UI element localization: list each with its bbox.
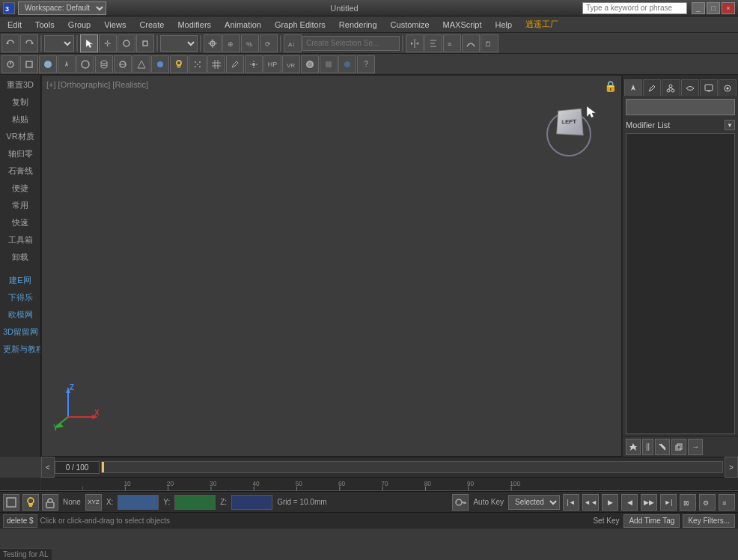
search-input[interactable] [582,2,687,14]
status-z-value[interactable] [231,495,272,510]
next-key-button[interactable]: ▶▶ [641,494,657,511]
tb2-sphere[interactable] [114,55,132,73]
timeline-track[interactable] [101,461,723,473]
end-frame-button[interactable]: ⊠ [680,494,696,511]
rp-pause-button[interactable]: || [642,439,653,455]
play-button[interactable]: ▶ [602,494,618,511]
tb2-hp[interactable]: HP [263,55,281,73]
status-key-icon[interactable] [452,494,469,511]
add-time-tag-button[interactable]: Add Time Tag [623,514,680,528]
sidebar-item-3dliuliu[interactable]: 3D留留网 [0,323,40,341]
sidebar-item-plaster[interactable]: 石膏线 [0,162,40,180]
rp-cut-button[interactable] [655,439,670,455]
menu-modifiers[interactable]: Modifiers [171,17,217,32]
tb2-cylinder[interactable] [95,55,113,73]
view-dropdown[interactable]: View [160,35,198,52]
status-x-value[interactable] [118,495,159,510]
rotate-tool-button[interactable] [118,34,135,52]
modifier-list-area[interactable] [626,133,735,434]
sidebar-item-quick[interactable]: 便捷 [0,180,40,197]
tb2-render1[interactable] [338,55,356,73]
sidebar-item-xiadele[interactable]: 下得乐 [0,289,40,306]
sidebar-item-unload[interactable]: 卸载 [0,249,40,266]
menu-help[interactable]: Help [490,17,519,32]
viewport[interactable]: [+] [Orthographic] [Realistic] 🔒 LEFT Z [41,75,622,457]
rp-pin-button[interactable] [626,439,641,455]
sidebar-item-oumow[interactable]: 欧模网 [0,306,40,323]
next-frame-button[interactable]: ►| [660,494,677,511]
sidebar-item-copy[interactable]: 复制 [0,94,40,111]
sidebar-item-reset3d[interactable]: 重置3D [0,76,40,94]
menu-graph-editors[interactable]: Graph Editors [269,17,332,32]
status-light-icon[interactable] [22,494,39,511]
snap-toggle-button[interactable] [204,34,222,52]
rp-tab-hierarchy[interactable] [662,79,680,96]
menu-customize[interactable]: Customize [385,17,436,32]
scale-tool-button[interactable] [136,34,154,52]
tb2-particle[interactable] [189,55,207,73]
mirror-button[interactable] [406,34,424,52]
tb2-spacer1[interactable] [320,55,338,73]
sidebar-item-axis[interactable]: 轴归零 [0,145,40,162]
prev-key-button[interactable]: ◄◄ [582,494,599,511]
tb2-geo[interactable] [151,55,169,73]
timeline-prev-button[interactable]: < [41,457,55,478]
move-tool-button[interactable]: ✛ [99,34,117,52]
tb2-help[interactable]: ? [357,55,375,73]
menu-views[interactable]: Views [98,17,132,32]
tb2-cone[interactable] [132,55,150,73]
sidebar-item-vr[interactable]: VR材质 [0,128,40,145]
settings-button2[interactable]: ≡ [719,494,735,511]
timeline-next-button[interactable]: > [725,457,738,478]
named-sel-button[interactable]: A↕ [284,34,302,52]
sidebar-item-jiane[interactable]: 建E网 [0,272,40,289]
selected-dropdown[interactable]: Selected [508,495,560,510]
play-reverse-button[interactable]: ◀ [621,494,638,511]
rp-paste-button[interactable]: → [688,439,703,455]
prev-frame-button[interactable]: |◄ [563,494,579,511]
tb2-edit1[interactable] [226,55,244,73]
right-panel-search[interactable] [626,99,735,115]
tb2-object1[interactable] [76,55,94,73]
redo-button[interactable] [20,34,38,52]
rp-tab-motion[interactable] [681,79,699,96]
status-y-value[interactable] [174,495,216,510]
workspace-dropdown[interactable]: Workspace: Default [18,1,106,15]
sidebar-item-toolbox[interactable]: 工具箱 [0,231,40,249]
tb2-light2[interactable] [170,55,188,73]
maximize-button[interactable]: □ [707,2,720,14]
menu-custom[interactable]: 逍遥工厂 [519,17,564,32]
close-button[interactable]: × [722,2,735,14]
key-filters-button[interactable]: Key Filters... [683,514,735,528]
layer-button[interactable]: ≡ [443,34,461,52]
spreadsheet-button[interactable]: 🗒 [481,34,498,52]
menu-edit[interactable]: Edit [1,17,28,32]
rp-tab-create[interactable] [624,79,642,96]
delete-button[interactable]: delete $ [3,514,37,528]
tb2-system[interactable] [245,55,263,73]
menu-maxscript[interactable]: MAXScript [437,17,488,32]
selection-set-input[interactable] [302,36,400,51]
status-lock-icon[interactable] [42,494,58,511]
curve-button[interactable] [462,34,480,52]
sidebar-item-paste[interactable]: 粘贴 [0,111,40,128]
sidebar-item-fast[interactable]: 快速 [0,214,40,231]
viewport-gizmo[interactable]: LEFT [546,106,591,150]
settings-button1[interactable]: ⚙ [699,494,716,511]
menu-group[interactable]: Group [62,17,97,32]
snap-percent-button[interactable]: % [241,34,259,52]
align-button[interactable] [424,34,442,52]
rp-tab-display[interactable] [700,79,718,96]
menu-rendering[interactable]: Rendering [333,17,383,32]
minimize-button[interactable]: _ [692,2,705,14]
gizmo-cube[interactable]: LEFT [556,109,583,136]
status-xyz-icon[interactable]: XYZ [85,494,102,511]
tb2-object2[interactable] [301,55,319,73]
tb2-grid[interactable] [207,55,225,73]
sidebar-item-common[interactable]: 常用 [0,197,40,214]
modifier-dropdown-button[interactable]: ▼ [725,120,735,130]
filter-dropdown[interactable]: All [44,35,74,52]
tb2-light1[interactable] [58,55,76,73]
menu-tools[interactable]: Tools [29,17,61,32]
tb2-box[interactable] [20,55,38,73]
